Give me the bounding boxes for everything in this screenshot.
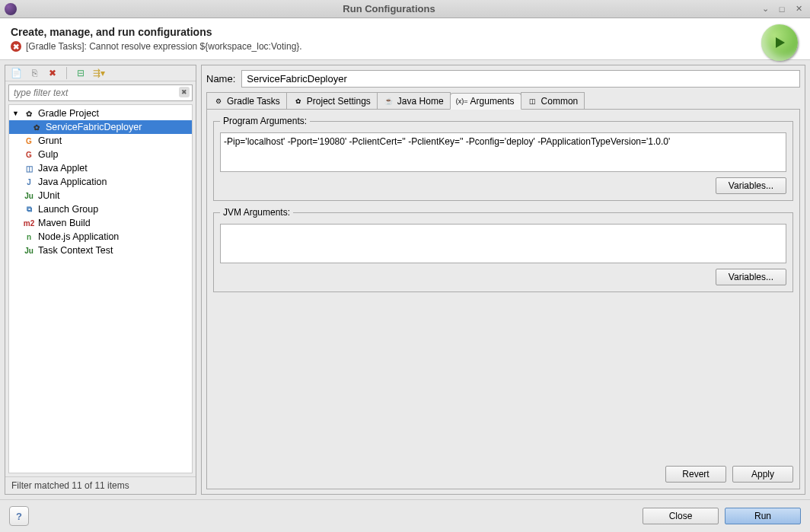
tree-item-label: Task Context Test: [38, 245, 113, 256]
tree-item-label: Maven Build: [38, 218, 91, 228]
tree-item[interactable]: nNode.js Application: [9, 230, 192, 244]
clear-filter-icon[interactable]: ✖: [179, 87, 190, 97]
tree-item[interactable]: ◫Java Applet: [9, 161, 192, 175]
window-title: Run Configurations: [23, 3, 755, 14]
tree-item-label: Java Applet: [38, 163, 88, 174]
jvm-args-variables-button[interactable]: Variables...: [716, 269, 786, 285]
tab-icon: ✿: [293, 96, 304, 107]
error-message: [Gradle Tasks]: Cannot resolve expressio…: [26, 41, 302, 52]
page-title: Create, manage, and run configurations: [11, 26, 799, 38]
tab-icon: ☕: [384, 96, 394, 107]
program-args-input[interactable]: -Pip='localhost' -Pport='19080' -Pclient…: [220, 132, 786, 172]
program-args-variables-button[interactable]: Variables...: [716, 177, 786, 194]
tree-item[interactable]: JuTask Context Test: [9, 244, 192, 257]
tree-item-label: JUnit: [38, 190, 59, 201]
tab-arguments[interactable]: (x)=Arguments: [450, 93, 521, 110]
tree-item[interactable]: GGrunt: [9, 134, 192, 148]
new-config-icon[interactable]: 📄: [10, 67, 22, 79]
tree-item[interactable]: JuJUnit: [9, 189, 192, 202]
collapse-all-icon[interactable]: ⊟: [75, 67, 87, 79]
tree-item-label: Java Application: [38, 177, 107, 187]
tab-gradle-tasks[interactable]: ⚙Gradle Tasks: [206, 92, 287, 109]
revert-button[interactable]: Revert: [665, 466, 726, 483]
tab-icon: ⚙: [213, 96, 224, 107]
tree-item-label: Gulp: [38, 149, 58, 160]
tab-label: Arguments: [470, 96, 515, 107]
error-icon: ✖: [11, 41, 21, 52]
name-label: Name:: [206, 73, 235, 84]
tab-project-settings[interactable]: ✿Project Settings: [286, 92, 378, 109]
apply-button[interactable]: Apply: [732, 466, 793, 483]
maximize-icon[interactable]: □: [775, 3, 789, 15]
filter-status: Filter matched 11 of 11 items: [5, 476, 196, 494]
tree-item-label: Gradle Project: [38, 108, 99, 119]
run-big-icon: [761, 24, 798, 61]
jvm-args-input[interactable]: [220, 224, 786, 263]
help-icon[interactable]: ?: [9, 506, 29, 526]
tree-item[interactable]: ⧉Launch Group: [9, 202, 192, 216]
minimize-icon[interactable]: ⌄: [758, 3, 772, 15]
config-tree[interactable]: ▼✿Gradle Project✿ServiceFabricDeployerGG…: [8, 104, 193, 473]
tab-common[interactable]: ◫Common: [521, 92, 585, 109]
tree-item-label: Launch Group: [38, 204, 98, 215]
tree-item-label: Node.js Application: [38, 231, 119, 242]
filter-icon[interactable]: ⇶▾: [93, 67, 105, 79]
run-button[interactable]: Run: [725, 508, 801, 524]
tree-item-label: ServiceFabricDeployer: [46, 122, 142, 132]
filter-input[interactable]: [8, 84, 193, 101]
tab-label: Common: [541, 96, 579, 107]
tree-item[interactable]: ▼✿Gradle Project: [9, 107, 192, 120]
duplicate-icon[interactable]: ⎘: [28, 67, 40, 79]
tab-java-home[interactable]: ☕Java Home: [377, 92, 451, 109]
program-args-label: Program Arguments:: [220, 116, 310, 126]
jvm-args-label: JVM Arguments:: [220, 207, 293, 218]
svg-marker-0: [776, 37, 785, 48]
tab-icon: ◫: [528, 96, 538, 107]
tree-item-label: Grunt: [38, 135, 62, 146]
tab-label: Java Home: [397, 96, 444, 107]
delete-icon[interactable]: ✖: [46, 67, 59, 79]
tree-item[interactable]: ✿ServiceFabricDeployer: [9, 120, 192, 134]
tree-item[interactable]: m2Maven Build: [9, 216, 192, 230]
tab-label: Gradle Tasks: [227, 96, 280, 107]
close-icon[interactable]: ✕: [792, 3, 805, 15]
tab-label: Project Settings: [307, 96, 371, 107]
tree-item[interactable]: GGulp: [9, 148, 192, 161]
eclipse-icon: [5, 3, 17, 15]
name-input[interactable]: [241, 70, 800, 88]
close-button[interactable]: Close: [643, 508, 719, 524]
tree-item[interactable]: JJava Application: [9, 175, 192, 189]
tab-icon: (x)=: [457, 96, 467, 107]
